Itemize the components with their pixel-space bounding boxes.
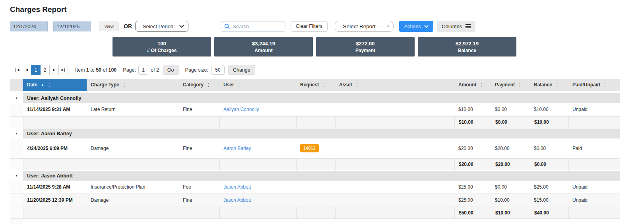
search-box[interactable] <box>221 21 285 32</box>
group-label: User: Aaron Barley <box>23 129 620 138</box>
go-button[interactable]: Go <box>163 65 179 75</box>
cell-date: 11/14/2025 9:28 AM <box>23 181 87 193</box>
row-margin-cell <box>10 103 23 116</box>
last-page-icon: ▶ <box>61 68 64 72</box>
cell-date: 11/14/2025 9:31 AM <box>23 103 87 116</box>
group-summary-row: $10.00 $0.00 $10.00 <box>10 116 620 128</box>
page-button-1[interactable]: 1 <box>31 65 41 75</box>
summary-payment: $10.00 <box>491 207 530 218</box>
column-header-date[interactable]: Date▲⋮ <box>23 79 87 91</box>
page-label: Page: <box>123 67 136 73</box>
column-header-paid-unpaid[interactable]: Paid/Unpaid⋮ <box>568 79 620 91</box>
group-label: User: Jason Abbott <box>23 171 620 181</box>
column-menu-icon[interactable]: ⋮ <box>237 82 241 88</box>
group-summary-row: $20.00 $20.00 $0.00 <box>10 158 620 170</box>
page-size-input[interactable] <box>211 65 225 75</box>
column-header-category[interactable]: Category⋮ <box>179 79 219 91</box>
chevron-down-icon <box>424 25 429 28</box>
first-page-button[interactable]: ◀ <box>13 65 22 75</box>
user-link[interactable]: Jason Abbott <box>223 197 251 203</box>
group-row[interactable]: ▼ User: Aaliyah Connolly <box>10 93 620 103</box>
cell-amount: $20.00 <box>454 138 491 158</box>
column-menu-icon[interactable]: ⋮ <box>122 82 126 88</box>
collapse-triangle-icon[interactable]: ▼ <box>15 97 18 99</box>
column-menu-icon[interactable]: ⋮ <box>518 82 522 88</box>
request-badge[interactable]: 14862 <box>300 144 319 152</box>
column-header-balance[interactable]: Balance⋮ <box>530 79 568 91</box>
column-menu-icon[interactable]: ⋮ <box>355 82 359 88</box>
columns-button[interactable]: Columns <box>437 21 475 32</box>
report-select-value: - Select Report - <box>339 23 378 29</box>
group-row[interactable]: ▼ User: Jason Abbott <box>10 171 620 181</box>
period-select[interactable]: - Select Period - <box>135 21 188 32</box>
row-margin-cell <box>10 194 23 206</box>
last-page-button[interactable]: ▶ <box>58 65 68 75</box>
chevron-down-icon <box>179 25 184 28</box>
page-title: Charges Report <box>10 5 67 14</box>
group-collapse-cell[interactable]: ▼ <box>10 171 23 181</box>
actions-button[interactable]: Actions <box>399 21 433 32</box>
cell-charge-type: Late Return <box>87 103 179 116</box>
column-header-label: Balance <box>534 82 552 88</box>
column-header-amount[interactable]: Amount⋮ <box>454 79 491 91</box>
report-select[interactable]: - Select Report - ▾ <box>335 21 394 32</box>
actions-button-label: Actions <box>404 23 421 29</box>
cell-asset <box>335 181 454 193</box>
column-header-label: Payment <box>495 82 515 88</box>
column-header-request[interactable]: Request⋮ <box>296 79 335 91</box>
page-button-2[interactable]: 2 <box>40 65 50 75</box>
user-link[interactable]: Aaron Barley <box>223 146 251 151</box>
clear-filters-button[interactable]: Clear Filters <box>291 21 328 32</box>
table-row[interactable]: 11/14/2025 9:28 AM Insurance/Protection … <box>10 181 620 194</box>
cell-paid-unpaid: Unpaid <box>568 181 620 193</box>
card-label: Balance <box>458 48 476 53</box>
group-summary-row: $50.00 $10.00 $40.00 <box>10 207 620 219</box>
collapse-triangle-icon[interactable]: ▼ <box>15 132 18 135</box>
view-button[interactable]: View <box>99 21 119 31</box>
card-value: $272.00 <box>356 41 375 47</box>
card-num-charges: 100 # Of Charges <box>113 37 211 56</box>
sort-asc-icon: ▲ <box>41 83 44 87</box>
summary-payment: $0.00 <box>491 117 530 128</box>
user-link[interactable]: Aaliyah Connolly <box>223 107 259 112</box>
last-page-icon <box>64 68 65 72</box>
table-row[interactable]: 11/20/2025 12:39 PM Damage Fine Jason Ab… <box>10 194 620 207</box>
cell-amount: $10.00 <box>454 103 491 116</box>
table-row[interactable]: 4/24/2025 6:09 PM Damage Fine Aaron Barl… <box>10 138 620 158</box>
column-header-asset[interactable]: Asset⋮ <box>335 79 454 91</box>
cell-asset <box>335 103 454 116</box>
column-header-payment[interactable]: Payment⋮ <box>491 79 530 91</box>
summary-balance: $40.00 <box>530 207 568 218</box>
collapse-triangle-icon[interactable]: ▼ <box>15 174 18 177</box>
user-link[interactable]: Jason Abbott <box>223 184 251 190</box>
date-from-input[interactable] <box>10 21 48 31</box>
cell-charge-type: Insurance/Protection Plan <box>87 181 179 193</box>
prev-page-button[interactable]: ◀ <box>22 65 31 75</box>
group-collapse-cell[interactable]: ▼ <box>10 129 23 138</box>
column-menu-icon[interactable]: ⋮ <box>322 82 326 88</box>
summary-balance: $10.00 <box>530 117 568 128</box>
next-page-button[interactable]: ▶ <box>49 65 59 75</box>
change-button[interactable]: Change <box>228 65 255 75</box>
column-header-user[interactable]: User⋮ <box>219 79 296 91</box>
date-to-input[interactable] <box>53 21 91 31</box>
card-label: Payment <box>355 48 375 53</box>
cell-category: Fine <box>179 194 219 206</box>
cell-balance: $0.00 <box>530 138 568 158</box>
table-row[interactable]: 11/14/2025 9:31 AM Late Return Fine Aali… <box>10 103 620 116</box>
column-menu-icon[interactable]: ⋮ <box>479 82 483 88</box>
cell-payment: $0.00 <box>491 103 530 116</box>
group-collapse-cell[interactable]: ▼ <box>10 93 23 103</box>
summary-amount: $20.00 <box>454 159 491 170</box>
page-number-input[interactable] <box>138 65 148 75</box>
column-header-charge-type[interactable]: Charge Type⋮ <box>87 79 179 91</box>
group-row[interactable]: ▼ User: Aaron Barley <box>10 129 620 138</box>
column-menu-icon[interactable]: ⋮ <box>47 82 51 88</box>
column-menu-icon[interactable]: ⋮ <box>555 82 559 88</box>
of-pages-text: of 2 <box>151 67 159 73</box>
column-menu-icon[interactable]: ⋮ <box>603 82 607 88</box>
column-menu-icon[interactable]: ⋮ <box>206 82 211 88</box>
search-input[interactable] <box>233 23 278 29</box>
cell-asset <box>335 138 454 158</box>
summary-cards: 100 # Of Charges $3,244.19 Amount $272.0… <box>113 37 516 56</box>
